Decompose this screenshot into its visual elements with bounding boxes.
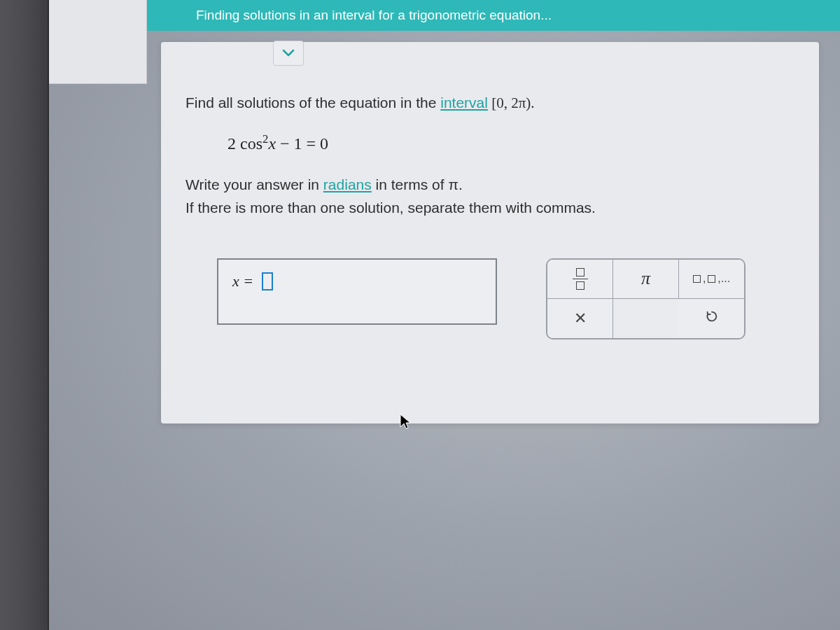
left-sidebar-panel xyxy=(49,0,147,84)
monitor-bezel xyxy=(0,0,49,630)
reset-button[interactable] xyxy=(679,299,744,338)
fraction-icon xyxy=(573,268,588,290)
pi-icon: π xyxy=(641,268,650,289)
problem-card: Find all solutions of the equation in th… xyxy=(161,42,819,424)
math-toolbox: π ,,... ✕ xyxy=(546,258,746,340)
page-title: Finding solutions in an interval for a t… xyxy=(196,8,552,23)
clear-button[interactable]: ✕ xyxy=(547,299,613,338)
header-bar: Finding solutions in an interval for a t… xyxy=(147,0,840,31)
answer-input[interactable]: x = xyxy=(217,258,497,325)
radians-link[interactable]: radians xyxy=(323,176,372,192)
instruction-prefix: Find all solutions of the equation in th… xyxy=(186,94,440,111)
close-icon: ✕ xyxy=(574,309,587,328)
equation-display: 2 cos2x − 1 = 0 xyxy=(227,132,794,153)
fraction-button[interactable] xyxy=(547,260,613,298)
radians-suffix: in terms of π. xyxy=(372,176,463,192)
interval-notation: [0, 2π). xyxy=(488,94,535,111)
list-icon: ,,... xyxy=(693,272,730,285)
list-button[interactable]: ,,... xyxy=(679,260,744,298)
radians-prefix: Write your answer in xyxy=(186,176,323,192)
pi-button[interactable]: π xyxy=(613,260,679,298)
instruction-line-2: Write your answer in radians in terms of… xyxy=(186,173,794,197)
screen-area: Finding solutions in an interval for a t… xyxy=(49,0,840,630)
answer-placeholder-slot[interactable] xyxy=(262,272,273,290)
problem-dropdown-button[interactable] xyxy=(273,41,304,66)
chevron-down-icon xyxy=(282,49,295,57)
undo-icon xyxy=(704,309,720,328)
answer-label: x = xyxy=(232,272,253,290)
answer-row: x = π xyxy=(186,258,794,340)
instruction-line-3: If there is more than one solution, sepa… xyxy=(186,196,794,220)
interval-link[interactable]: interval xyxy=(440,94,488,111)
instruction-line-1: Find all solutions of the equation in th… xyxy=(186,91,794,115)
